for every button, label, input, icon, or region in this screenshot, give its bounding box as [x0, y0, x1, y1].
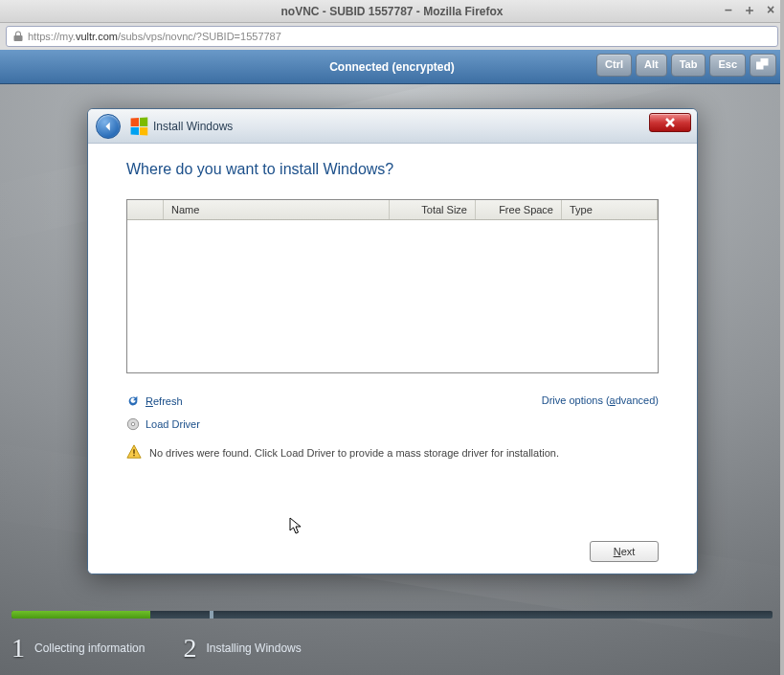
col-name[interactable]: Name [164, 200, 390, 219]
disc-icon [126, 417, 140, 431]
install-progress-separator [210, 611, 213, 619]
col-total-size[interactable]: Total Size [390, 200, 476, 219]
firefox-title: noVNC - SUBID 1557787 - Mozilla Firefox [280, 5, 503, 18]
url-bar[interactable]: https://my.vultr.com/subs/vps/novnc/?SUB… [6, 26, 778, 47]
install-progress-fill [11, 611, 150, 619]
url-prefix: https://my. [28, 31, 76, 42]
installer-titlebar: Install Windows [88, 109, 697, 144]
install-progress-bar [11, 611, 773, 619]
drive-options-advanced-link[interactable]: Drive options (advanced) [542, 394, 659, 406]
installer-title: Install Windows [153, 120, 233, 133]
key-tab[interactable]: Tab [671, 54, 706, 77]
refresh-link[interactable]: Refresh [146, 395, 183, 407]
page-heading: Where do you want to install Windows? [126, 161, 659, 178]
maximize-button[interactable]: ＋ [742, 3, 757, 18]
installer-body: Where do you want to install Windows? Na… [88, 144, 697, 574]
back-button[interactable] [96, 114, 121, 139]
close-button[interactable]: × [763, 3, 778, 18]
firefox-titlebar: noVNC - SUBID 1557787 - Mozilla Firefox … [0, 0, 784, 23]
drive-list-header: Name Total Size Free Space Type [127, 200, 658, 220]
warning-icon [126, 444, 142, 461]
col-free-space[interactable]: Free Space [476, 200, 562, 219]
drive-list[interactable]: Name Total Size Free Space Type [126, 199, 659, 373]
windows-logo-icon [131, 117, 148, 135]
novnc-status: Connected (encrypted) [329, 60, 455, 74]
url-path: /subs/vps/novnc/?SUBID=1557787 [118, 31, 281, 42]
step-1: 1 Collecting information [11, 633, 145, 664]
svg-point-3 [131, 422, 135, 426]
url-domain: vultr.com [76, 31, 118, 42]
refresh-icon [126, 394, 140, 408]
col-icon[interactable] [127, 200, 164, 219]
next-button[interactable]: Next [590, 541, 659, 562]
drive-list-rows [127, 220, 658, 372]
installer-close-button[interactable] [649, 113, 691, 132]
vnc-canvas[interactable]: Install Windows Where do you want to ins… [0, 84, 784, 675]
warning-row: No drives were found. Click Load Driver … [126, 444, 659, 461]
lock-icon [12, 31, 24, 42]
key-ctrl[interactable]: Ctrl [596, 54, 632, 77]
installer-window: Install Windows Where do you want to ins… [87, 108, 698, 574]
load-driver-link[interactable]: Load Driver [146, 418, 200, 430]
minimize-button[interactable]: – [721, 3, 736, 18]
novnc-status-bar: Connected (encrypted) Ctrl Alt Tab Esc [0, 50, 784, 84]
key-extra[interactable] [750, 54, 776, 77]
svg-rect-1 [761, 58, 768, 65]
firefox-toolbar: https://my.vultr.com/subs/vps/novnc/?SUB… [0, 23, 784, 50]
install-steps: 1 Collecting information 2 Installing Wi… [11, 633, 773, 664]
step-2: 2 Installing Windows [183, 633, 301, 664]
outer-scrollbar [780, 0, 784, 675]
svg-rect-4 [133, 449, 134, 453]
key-alt[interactable]: Alt [636, 54, 667, 77]
warning-text: No drives were found. Click Load Driver … [149, 447, 559, 459]
svg-rect-5 [133, 455, 134, 456]
key-esc[interactable]: Esc [709, 54, 746, 77]
step-2-label: Installing Windows [206, 641, 301, 655]
col-type[interactable]: Type [562, 200, 658, 219]
step-1-label: Collecting information [34, 641, 145, 655]
